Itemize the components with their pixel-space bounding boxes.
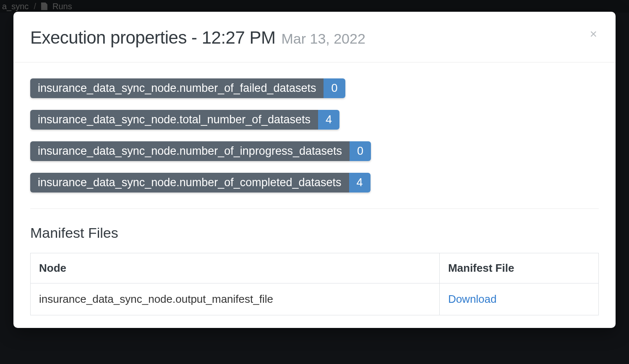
property-label: insurance_data_sync_node.number_of_faile… — [30, 78, 324, 98]
property-value: 0 — [324, 78, 345, 98]
column-header-file: Manifest File — [439, 253, 598, 283]
download-link[interactable]: Download — [448, 293, 497, 305]
modal-body: insurance_data_sync_node.number_of_faile… — [13, 62, 616, 315]
property-badge-failed: insurance_data_sync_node.number_of_faile… — [30, 78, 345, 98]
property-badge-total: insurance_data_sync_node.total_number_of… — [30, 110, 339, 130]
table-header-row: Node Manifest File — [31, 253, 599, 283]
property-label: insurance_data_sync_node.total_number_of… — [30, 110, 318, 130]
modal-date: Mar 13, 2022 — [281, 31, 365, 47]
property-badge-completed: insurance_data_sync_node.number_of_compl… — [30, 173, 371, 192]
property-value: 4 — [318, 110, 339, 130]
modal-header: Execution properties - 12:27 PM Mar 13, … — [13, 12, 616, 62]
manifest-section-title: Manifest Files — [30, 225, 599, 241]
column-header-node: Node — [31, 253, 440, 283]
execution-properties-modal: Execution properties - 12:27 PM Mar 13, … — [13, 12, 616, 328]
property-label: insurance_data_sync_node.number_of_inpro… — [30, 141, 350, 161]
property-value: 0 — [350, 141, 371, 161]
property-badge-inprogress: insurance_data_sync_node.number_of_inpro… — [30, 141, 371, 161]
modal-title: Execution properties - 12:27 PM — [30, 28, 275, 48]
property-value: 4 — [349, 173, 371, 192]
manifest-node-cell: insurance_data_sync_node.output_manifest… — [31, 283, 440, 315]
close-icon[interactable]: × — [588, 26, 599, 42]
modal-title-wrap: Execution properties - 12:27 PM Mar 13, … — [30, 28, 365, 48]
manifest-file-cell: Download — [439, 283, 598, 315]
property-list: insurance_data_sync_node.number_of_faile… — [30, 78, 599, 209]
table-row: insurance_data_sync_node.output_manifest… — [31, 283, 599, 315]
manifest-table: Node Manifest File insurance_data_sync_n… — [30, 253, 599, 315]
property-label: insurance_data_sync_node.number_of_compl… — [30, 173, 349, 192]
